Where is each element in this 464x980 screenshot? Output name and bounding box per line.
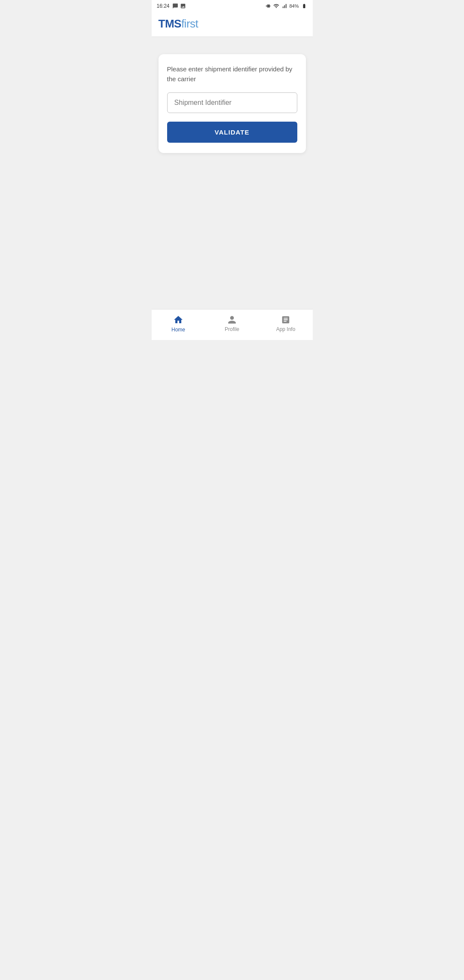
nav-item-home[interactable]: Home [152,315,205,333]
logo-first: first [181,17,198,30]
status-bar-left: 16:24 [157,3,186,9]
status-bar: 16:24 84% [152,0,313,12]
wifi-icon [273,3,280,9]
battery-text: 84% [289,3,299,9]
nav-item-profile[interactable]: Profile [205,315,259,332]
validate-button[interactable]: VALIDATE [167,122,297,143]
status-bar-right: 84% [266,3,307,9]
status-time: 16:24 [157,3,170,9]
battery-icon [301,3,308,9]
app-header: TMSfirst [152,12,313,37]
nav-label-home: Home [171,327,185,333]
appinfo-icon [281,315,290,325]
status-icons-left [172,3,186,9]
signal-icon [281,3,287,9]
message-icon [172,3,178,9]
logo-tms: TMS [159,17,181,30]
card-description: Please enter shipment identifier provide… [167,64,297,84]
main-content: Please enter shipment identifier provide… [152,37,313,309]
vibrate-icon [266,3,271,9]
shipment-identifier-input[interactable] [167,92,297,113]
image-icon [180,3,186,9]
nav-label-appinfo: App Info [276,326,296,332]
shipment-card: Please enter shipment identifier provide… [159,54,306,153]
profile-icon [227,315,237,325]
nav-item-appinfo[interactable]: App Info [259,315,313,332]
bottom-nav: Home Profile App Info [152,309,313,340]
home-icon [173,315,183,325]
nav-label-profile: Profile [225,326,239,332]
app-logo: TMSfirst [159,17,306,31]
